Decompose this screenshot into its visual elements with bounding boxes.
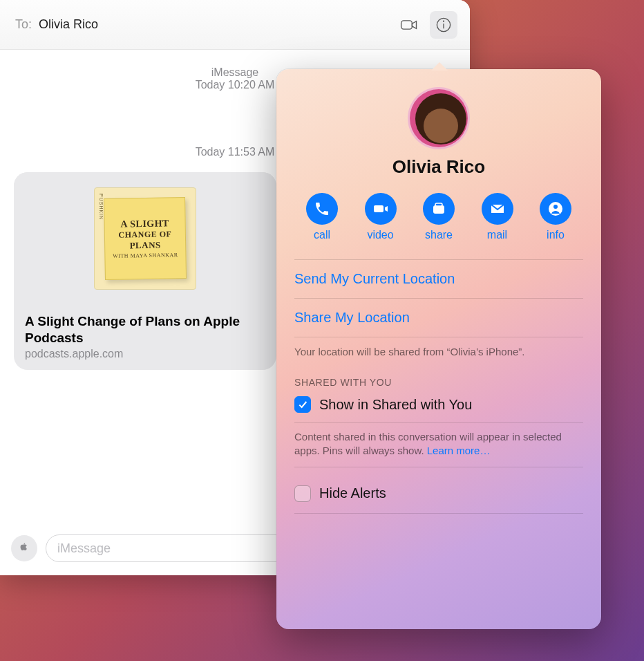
link-preview-domain: podcasts.apple.com xyxy=(14,348,276,370)
artwork-text: CHANGE OF xyxy=(118,229,171,240)
phone-icon xyxy=(306,193,338,225)
info-icon[interactable] xyxy=(430,11,457,39)
contact-avatar[interactable] xyxy=(408,87,470,149)
contact-name: Olivia Rico xyxy=(294,156,583,178)
link-preview-thumbnail: PUSHKIN A SLIGHT CHANGE OF PLANS WITH MA… xyxy=(14,172,276,305)
shared-with-you-header: SHARED WITH YOU xyxy=(294,377,583,388)
mail-button[interactable]: mail xyxy=(471,193,524,241)
hide-alerts-row[interactable]: Hide Alerts xyxy=(294,467,583,514)
link-preview-card[interactable]: PUSHKIN A SLIGHT CHANGE OF PLANS WITH MA… xyxy=(14,172,276,370)
video-button[interactable]: video xyxy=(354,193,407,241)
svg-point-3 xyxy=(444,21,444,21)
shared-with-you-description: Content shared in this conversation will… xyxy=(294,422,583,467)
svg-rect-0 xyxy=(401,20,413,28)
to-label: To: xyxy=(15,17,32,32)
action-label: video xyxy=(367,229,393,241)
send-current-location[interactable]: Send My Current Location xyxy=(294,259,583,299)
action-label: info xyxy=(547,229,565,241)
conversation-header: iMessage Today 10:20 AM xyxy=(196,66,275,91)
artwork-text: A SLIGHT xyxy=(120,218,169,230)
svg-rect-4 xyxy=(433,205,444,214)
show-in-shared-with-you-row[interactable]: Show in Shared with You xyxy=(294,396,583,422)
share-icon xyxy=(423,193,455,225)
timestamp: Today 10:20 AM xyxy=(196,79,275,91)
contact-actions: call video share mail info xyxy=(294,193,583,241)
link-preview-title: A Slight Change of Plans on Apple Podcas… xyxy=(14,305,276,348)
learn-more-link[interactable]: Learn more… xyxy=(427,445,491,456)
checkbox-unchecked-icon[interactable] xyxy=(294,485,311,502)
checkbox-label: Show in Shared with You xyxy=(319,397,472,413)
checkbox-checked-icon[interactable] xyxy=(294,396,311,413)
podcast-artwork: PUSHKIN A SLIGHT CHANGE OF PLANS WITH MA… xyxy=(94,187,196,290)
message-input-placeholder: iMessage xyxy=(57,541,111,556)
artwork-text: PLANS xyxy=(129,240,160,252)
mail-icon xyxy=(482,193,513,225)
share-my-location[interactable]: Share My Location xyxy=(294,299,583,337)
recipient-name[interactable]: Olivia Rico xyxy=(39,17,388,32)
service-label: iMessage xyxy=(211,66,258,78)
artwork-text: WITH MAYA SHANKAR xyxy=(113,252,178,259)
svg-point-7 xyxy=(553,205,558,209)
facetime-video-icon[interactable] xyxy=(395,11,423,39)
info-button[interactable]: info xyxy=(529,193,582,241)
video-icon xyxy=(365,193,397,225)
details-popover: Olivia Rico call video share mail info S… xyxy=(276,69,601,629)
action-label: share xyxy=(425,229,453,241)
titlebar: To: Olivia Rico xyxy=(0,0,470,50)
apps-button[interactable] xyxy=(11,535,37,561)
svg-rect-5 xyxy=(435,203,442,206)
share-button[interactable]: share xyxy=(413,193,465,241)
action-label: call xyxy=(314,229,330,241)
timestamp: Today 11:53 AM xyxy=(196,146,275,158)
call-button[interactable]: call xyxy=(296,193,348,241)
location-note: Your location will be shared from “Olivi… xyxy=(294,337,583,377)
person-icon xyxy=(540,193,571,225)
checkbox-label: Hide Alerts xyxy=(319,485,386,501)
publisher-label: PUSHKIN xyxy=(99,194,104,220)
action-label: mail xyxy=(487,229,507,241)
